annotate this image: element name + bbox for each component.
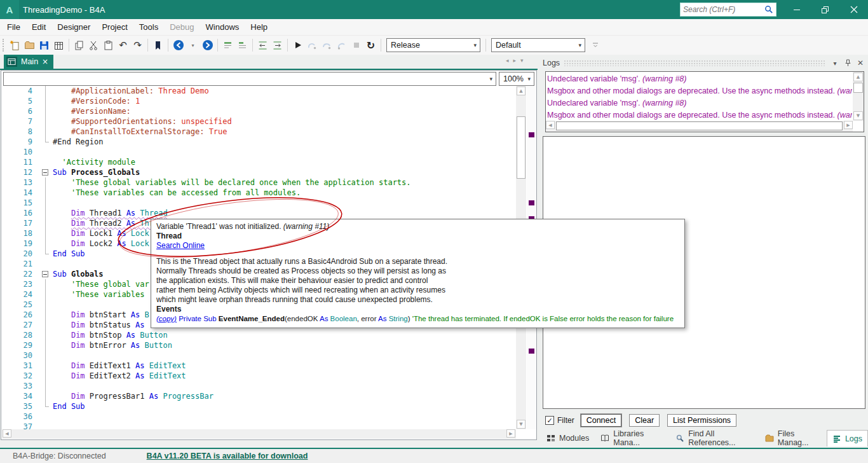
navigate-back-icon[interactable]: [171, 38, 186, 53]
menu-item-edit[interactable]: Edit: [26, 20, 51, 34]
conditional-symbols-select[interactable]: Default▾: [491, 38, 585, 52]
list-permissions-button[interactable]: List Permissions: [667, 414, 736, 427]
menu-item-debug[interactable]: Debug: [164, 20, 200, 34]
scroll-right-icon[interactable]: ▶: [844, 121, 853, 129]
scroll-right-icon[interactable]: ▶: [506, 429, 515, 438]
bridge-status: B4A-Bridge: Disconnected: [13, 452, 106, 460]
tool-tab-modules[interactable]: Modules: [541, 430, 594, 446]
search-icon[interactable]: [762, 5, 776, 14]
warnings-log-list[interactable]: Undeclared variable 'msg'. (warning #8)M…: [545, 71, 864, 132]
build-configuration-select[interactable]: Release▾: [386, 38, 480, 52]
horizontal-scroll-thumb[interactable]: [556, 121, 843, 130]
scroll-down-icon[interactable]: ▼: [517, 420, 526, 429]
line-number: 12: [2, 167, 39, 177]
save-icon[interactable]: [37, 38, 51, 53]
tab-scroll-right-icon[interactable]: ▸: [513, 57, 517, 64]
clear-button[interactable]: Clear: [629, 414, 660, 427]
connect-button[interactable]: Connect: [581, 414, 622, 427]
fold-toggle-icon[interactable]: [42, 169, 48, 176]
outdent-icon[interactable]: [255, 38, 270, 53]
step-over-icon[interactable]: [320, 38, 334, 53]
navigate-forward-icon[interactable]: [200, 38, 215, 53]
panel-close-icon[interactable]: ✕: [855, 59, 865, 67]
tab-list-caret-icon[interactable]: ▾: [520, 57, 524, 64]
redo-icon[interactable]: ↷: [130, 38, 145, 53]
scroll-up-icon[interactable]: ▲: [853, 73, 863, 81]
tooltip-warning-line: Variable 'Thread1' was not initialized. …: [156, 222, 679, 232]
line-number: 19: [2, 238, 39, 249]
search-box[interactable]: [680, 3, 776, 17]
search-online-link[interactable]: Search Online: [156, 241, 205, 250]
fold-toggle-icon[interactable]: [42, 271, 48, 277]
stop-icon[interactable]: [349, 38, 363, 53]
menu-item-project[interactable]: Project: [96, 20, 133, 34]
line-number: 13: [2, 177, 39, 188]
code-line: 32 Dim EditText2 As EditText: [2, 371, 516, 381]
scroll-left-icon[interactable]: ◀: [546, 121, 555, 129]
tool-tab-libraries-mana[interactable]: Libraries Mana...: [595, 430, 669, 446]
uncomment-icon[interactable]: [235, 38, 250, 53]
close-button[interactable]: [839, 0, 868, 19]
vertical-scroll-thumb[interactable]: [853, 83, 863, 93]
filter-checkbox[interactable]: ✓: [545, 416, 554, 425]
tooltip-events-label: Events: [156, 305, 679, 314]
toolbar-overflow-icon[interactable]: [588, 38, 602, 53]
editor-horizontal-scrollbar[interactable]: ◀ ▶: [2, 429, 516, 439]
line-number: 37: [2, 422, 39, 429]
warning-mark[interactable]: [529, 200, 534, 205]
code-text: Dim btnStop As Button: [53, 330, 168, 340]
find-references-icon: [675, 434, 684, 443]
paste-icon[interactable]: [101, 38, 116, 53]
log-horizontal-scrollbar[interactable]: ◀ ▶: [546, 121, 853, 132]
run-icon[interactable]: [290, 38, 305, 53]
menu-item-tools[interactable]: Tools: [133, 20, 164, 34]
tool-tab-find-all-references[interactable]: Find All References...: [670, 430, 759, 446]
scroll-up-icon[interactable]: ▲: [517, 86, 526, 95]
step-into-icon[interactable]: [305, 38, 320, 53]
indent-icon[interactable]: [270, 38, 285, 53]
update-link[interactable]: B4A v11.20 BETA is available for downloa…: [147, 452, 308, 460]
toolbar-separator: [217, 39, 218, 52]
libraries-icon: [600, 434, 609, 443]
minimize-button[interactable]: [782, 0, 811, 19]
back-history-caret-icon[interactable]: ▾: [186, 38, 200, 53]
editor-zoom-select[interactable]: 100%▾: [499, 72, 534, 86]
line-number: 8: [2, 127, 39, 137]
undo-icon[interactable]: ↶: [116, 38, 130, 53]
log-vertical-scrollbar[interactable]: ▲ ▼: [853, 72, 864, 121]
line-number: 17: [2, 218, 39, 228]
restore-button[interactable]: [811, 0, 839, 19]
tab-main[interactable]: Main ×: [4, 55, 53, 69]
filter-checkbox-group[interactable]: ✓ Filter: [545, 416, 574, 425]
tab-scroll-left-icon[interactable]: ◂: [506, 57, 509, 64]
warning-mark[interactable]: [529, 132, 534, 137]
scroll-left-icon[interactable]: ◀: [3, 429, 11, 438]
export-zip-icon[interactable]: [51, 38, 66, 53]
search-input[interactable]: [681, 5, 762, 14]
sub-navigator-select[interactable]: ▾: [3, 72, 496, 86]
pin-icon[interactable]: [843, 59, 853, 67]
menu-item-designer[interactable]: Designer: [51, 20, 96, 34]
panel-menu-caret-icon[interactable]: ▾: [830, 60, 840, 67]
cut-icon[interactable]: [86, 38, 101, 53]
new-file-icon[interactable]: [8, 38, 22, 53]
scroll-down-icon[interactable]: ▼: [853, 111, 863, 120]
tab-close-icon[interactable]: ×: [42, 57, 48, 66]
tool-tab-files-manag[interactable]: Files Manag...: [760, 430, 825, 446]
copy-icon[interactable]: [72, 38, 86, 53]
open-project-icon[interactable]: [22, 38, 37, 53]
logs-panel-header[interactable]: Logs ▾ ✕: [541, 56, 868, 70]
comment-icon[interactable]: [220, 38, 235, 53]
toolbar-separator: [485, 39, 486, 52]
tool-tab-logs[interactable]: Logs: [827, 430, 868, 446]
menu-item-windows[interactable]: Windows: [200, 20, 245, 34]
step-out-icon[interactable]: [334, 38, 349, 53]
bookmark-icon[interactable]: [151, 38, 165, 53]
rebuild-icon[interactable]: ↻: [363, 38, 378, 53]
line-number: 26: [2, 310, 39, 320]
warning-mark[interactable]: [529, 349, 534, 354]
menu-item-file[interactable]: File: [1, 20, 26, 34]
vertical-scroll-thumb[interactable]: [517, 116, 526, 179]
status-bar: B4A-Bridge: Disconnected B4A v11.20 BETA…: [0, 448, 868, 463]
menu-item-help[interactable]: Help: [245, 20, 273, 34]
